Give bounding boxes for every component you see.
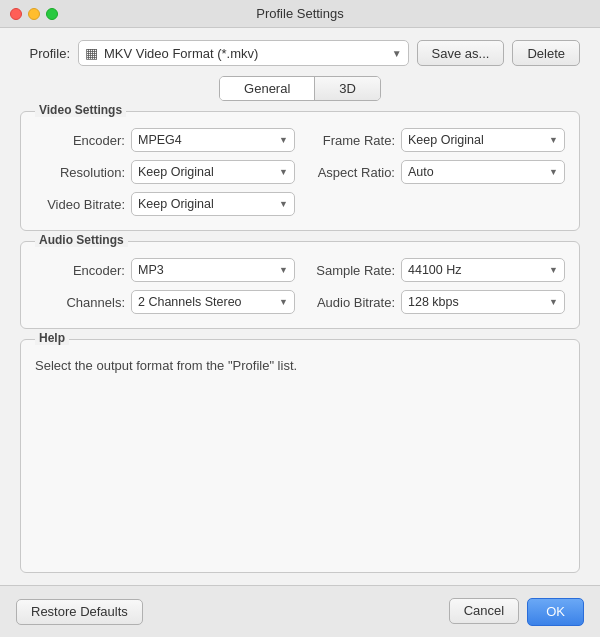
dropdown-arrow-icon: ▼ xyxy=(392,48,402,59)
aspect-ratio-value: Auto xyxy=(408,165,547,179)
frame-rate-arrow-icon: ▼ xyxy=(549,135,558,145)
sample-rate-label: Sample Rate: xyxy=(305,263,395,278)
frame-rate-value: Keep Original xyxy=(408,133,547,147)
aspect-ratio-arrow-icon: ▼ xyxy=(549,167,558,177)
channels-dropdown[interactable]: 2 Channels Stereo ▼ xyxy=(131,290,295,314)
audio-encoder-row: Encoder: MP3 ▼ xyxy=(35,258,295,282)
channels-label: Channels: xyxy=(35,295,125,310)
audio-bitrate-value: 128 kbps xyxy=(408,295,547,309)
traffic-lights xyxy=(10,8,58,20)
help-text: Select the output format from the "Profi… xyxy=(35,356,565,376)
channels-value: 2 Channels Stereo xyxy=(138,295,277,309)
encoder-label: Encoder: xyxy=(35,133,125,148)
video-bitrate-row: Video Bitrate: Keep Original ▼ xyxy=(35,192,295,216)
mkv-icon: ▦ xyxy=(85,45,98,61)
aspect-ratio-row: Aspect Ratio: Auto ▼ xyxy=(305,160,565,184)
profile-value: MKV Video Format (*.mkv) xyxy=(104,46,392,61)
cancel-button[interactable]: Cancel xyxy=(449,598,519,624)
encoder-dropdown[interactable]: MPEG4 ▼ xyxy=(131,128,295,152)
audio-settings-grid: Encoder: MP3 ▼ Sample Rate: 44100 Hz ▼ C… xyxy=(35,258,565,314)
audio-encoder-dropdown[interactable]: MP3 ▼ xyxy=(131,258,295,282)
restore-defaults-button[interactable]: Restore Defaults xyxy=(16,599,143,625)
audio-bitrate-row: Audio Bitrate: 128 kbps ▼ xyxy=(305,290,565,314)
bottom-bar: Restore Defaults Cancel OK xyxy=(0,585,600,637)
maximize-button[interactable] xyxy=(46,8,58,20)
audio-encoder-value: MP3 xyxy=(138,263,277,277)
video-bitrate-arrow-icon: ▼ xyxy=(279,199,288,209)
bottom-bar-right: Cancel OK xyxy=(449,598,584,626)
profile-label: Profile: xyxy=(20,46,70,61)
aspect-ratio-label: Aspect Ratio: xyxy=(305,165,395,180)
window-title: Profile Settings xyxy=(256,6,343,21)
resolution-dropdown[interactable]: Keep Original ▼ xyxy=(131,160,295,184)
encoder-row: Encoder: MPEG4 ▼ xyxy=(35,128,295,152)
channels-row: Channels: 2 Channels Stereo ▼ xyxy=(35,290,295,314)
resolution-row: Resolution: Keep Original ▼ xyxy=(35,160,295,184)
resolution-label: Resolution: xyxy=(35,165,125,180)
audio-encoder-label: Encoder: xyxy=(35,263,125,278)
tab-3d[interactable]: 3D xyxy=(315,77,380,100)
audio-bitrate-label: Audio Bitrate: xyxy=(305,295,395,310)
title-bar: Profile Settings xyxy=(0,0,600,28)
main-content: Profile: ▦ MKV Video Format (*.mkv) ▼ Sa… xyxy=(0,28,600,585)
help-section: Help Select the output format from the "… xyxy=(20,339,580,573)
video-settings-section: Video Settings Encoder: MPEG4 ▼ Frame Ra… xyxy=(20,111,580,231)
tabs-row: General 3D xyxy=(20,76,580,101)
audio-settings-section: Audio Settings Encoder: MP3 ▼ Sample Rat… xyxy=(20,241,580,329)
video-bitrate-dropdown[interactable]: Keep Original ▼ xyxy=(131,192,295,216)
audio-settings-title: Audio Settings xyxy=(35,233,128,247)
save-as-button[interactable]: Save as... xyxy=(417,40,505,66)
aspect-ratio-dropdown[interactable]: Auto ▼ xyxy=(401,160,565,184)
video-settings-title: Video Settings xyxy=(35,103,126,117)
video-settings-grid: Encoder: MPEG4 ▼ Frame Rate: Keep Origin… xyxy=(35,128,565,216)
frame-rate-row: Frame Rate: Keep Original ▼ xyxy=(305,128,565,152)
close-button[interactable] xyxy=(10,8,22,20)
ok-button[interactable]: OK xyxy=(527,598,584,626)
resolution-value: Keep Original xyxy=(138,165,277,179)
sample-rate-value: 44100 Hz xyxy=(408,263,547,277)
minimize-button[interactable] xyxy=(28,8,40,20)
profile-dropdown[interactable]: ▦ MKV Video Format (*.mkv) ▼ xyxy=(78,40,409,66)
video-bitrate-label: Video Bitrate: xyxy=(35,197,125,212)
audio-bitrate-arrow-icon: ▼ xyxy=(549,297,558,307)
sample-rate-row: Sample Rate: 44100 Hz ▼ xyxy=(305,258,565,282)
help-title: Help xyxy=(35,331,69,345)
video-bitrate-value: Keep Original xyxy=(138,197,277,211)
audio-encoder-arrow-icon: ▼ xyxy=(279,265,288,275)
audio-bitrate-dropdown[interactable]: 128 kbps ▼ xyxy=(401,290,565,314)
profile-row: Profile: ▦ MKV Video Format (*.mkv) ▼ Sa… xyxy=(20,40,580,66)
sample-rate-dropdown[interactable]: 44100 Hz ▼ xyxy=(401,258,565,282)
sample-rate-arrow-icon: ▼ xyxy=(549,265,558,275)
tab-general[interactable]: General xyxy=(220,77,315,100)
encoder-arrow-icon: ▼ xyxy=(279,135,288,145)
resolution-arrow-icon: ▼ xyxy=(279,167,288,177)
frame-rate-label: Frame Rate: xyxy=(305,133,395,148)
tab-group: General 3D xyxy=(219,76,381,101)
delete-button[interactable]: Delete xyxy=(512,40,580,66)
encoder-value: MPEG4 xyxy=(138,133,277,147)
channels-arrow-icon: ▼ xyxy=(279,297,288,307)
frame-rate-dropdown[interactable]: Keep Original ▼ xyxy=(401,128,565,152)
